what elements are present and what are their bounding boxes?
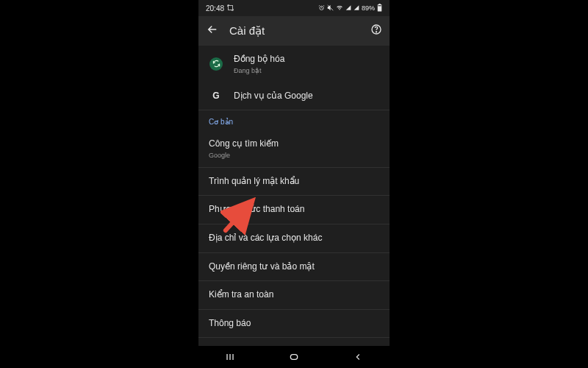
privacy-title: Quyền riêng tư và bảo mật <box>209 261 379 273</box>
phone-frame: 20:48 89% <box>198 0 390 368</box>
status-bar: 20:48 89% <box>198 0 390 16</box>
row-theme[interactable]: Chủ đề <box>198 338 390 346</box>
row-sync[interactable]: Đồng bộ hóa Đang bật <box>198 46 390 82</box>
page-title: Cài đặt <box>229 24 360 38</box>
help-button[interactable] <box>370 24 382 38</box>
row-safety-check[interactable]: Kiểm tra an toàn <box>198 281 390 310</box>
row-addresses[interactable]: Địa chỉ và các lựa chọn khác <box>198 224 390 253</box>
battery-icon <box>377 4 382 13</box>
row-notifications[interactable]: Thông báo <box>198 310 390 339</box>
svg-point-7 <box>376 32 376 32</box>
svg-rect-0 <box>229 5 233 10</box>
password-manager-title: Trình quản lý mật khẩu <box>209 176 379 188</box>
battery-percent: 89% <box>362 4 375 12</box>
google-services-title: Dịch vụ của Google <box>234 91 313 102</box>
search-engine-title: Công cụ tìm kiếm <box>209 138 379 150</box>
google-icon: G <box>209 91 223 101</box>
payment-methods-title: Phương thức thanh toán <box>209 204 379 216</box>
sync-icon <box>209 57 223 71</box>
row-google-services[interactable]: G Dịch vụ của Google <box>198 82 390 111</box>
row-password-manager[interactable]: Trình quản lý mật khẩu <box>198 168 390 197</box>
addresses-title: Địa chỉ và các lựa chọn khác <box>209 233 379 244</box>
safety-check-title: Kiểm tra an toàn <box>209 289 379 301</box>
alarm-icon <box>318 4 325 13</box>
android-nav-bar <box>198 346 390 368</box>
sync-subtitle: Đang bật <box>234 67 284 74</box>
row-search-engine[interactable]: Công cụ tìm kiếm Google <box>198 130 390 168</box>
svg-rect-4 <box>379 4 380 4</box>
svg-rect-12 <box>290 355 297 360</box>
svg-rect-5 <box>378 5 381 6</box>
back-button[interactable] <box>206 23 219 39</box>
section-basic: Cơ bản <box>198 110 390 130</box>
mute-icon <box>327 4 334 13</box>
search-engine-subtitle: Google <box>209 152 379 159</box>
nav-recent-button[interactable] <box>215 350 245 364</box>
row-payment-methods[interactable]: Phương thức thanh toán <box>198 196 390 224</box>
notifications-title: Thông báo <box>209 318 379 330</box>
signal-icon <box>345 4 351 13</box>
wifi-icon <box>336 4 343 13</box>
nav-back-button[interactable] <box>343 350 373 364</box>
app-header: Cài đặt <box>198 16 390 46</box>
signal-icon-2 <box>354 4 359 13</box>
row-privacy[interactable]: Quyền riêng tư và bảo mật <box>198 253 390 282</box>
settings-list: Đồng bộ hóa Đang bật G Dịch vụ của Googl… <box>198 46 390 346</box>
sync-title: Đồng bộ hóa <box>234 54 284 66</box>
status-time: 20:48 <box>206 4 224 13</box>
nav-home-button[interactable] <box>279 350 309 364</box>
screenshot-icon <box>227 4 234 13</box>
